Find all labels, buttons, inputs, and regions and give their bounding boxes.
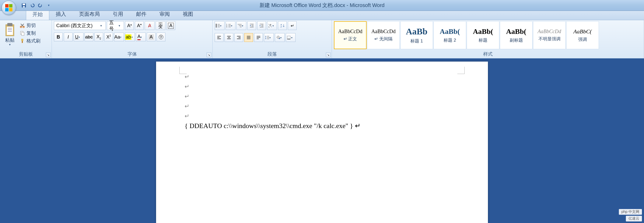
shading-button[interactable]: ▾ xyxy=(275,33,285,42)
chevron-down-icon: ▾ xyxy=(269,36,273,39)
character-border-button[interactable]: A xyxy=(166,21,175,30)
pilcrow-icon: ↵ xyxy=(291,23,294,28)
align-right-button[interactable] xyxy=(234,33,243,42)
decrease-indent-button[interactable] xyxy=(247,21,256,30)
style-item-1[interactable]: AaBbCcDd↵ 无间隔 xyxy=(367,21,400,49)
character-shading-button[interactable]: A xyxy=(147,33,156,41)
font-color-button[interactable]: A▾ xyxy=(136,33,146,41)
cut-button[interactable]: 剪切 xyxy=(20,22,40,28)
cut-label: 剪切 xyxy=(26,22,36,28)
chevron-down-icon: ▾ xyxy=(141,36,144,39)
style-preview: AaBbC( xyxy=(573,28,592,35)
copy-button[interactable]: 复制 xyxy=(20,30,40,36)
highlight-icon: ab xyxy=(125,34,131,40)
sort-button[interactable]: AZ xyxy=(278,21,287,30)
highlight-button[interactable]: ab▾ xyxy=(125,33,135,41)
align-right-icon xyxy=(236,35,241,40)
window-title: 新建 Microsoft Office Word 文档.docx - Micro… xyxy=(260,2,384,9)
italic-button[interactable]: I xyxy=(64,33,73,41)
save-button[interactable] xyxy=(21,2,27,9)
style-label: 副标题 xyxy=(510,37,523,43)
text-direction-button[interactable]: A▾ xyxy=(267,21,277,30)
enclose-icon: 字 xyxy=(159,35,163,39)
font-launcher[interactable]: ↘ xyxy=(207,53,211,57)
group-paragraph: ▾ 123▾ ▾ A▾ AZ ↵ ▾ ▾ ▾ 段落 ↘ xyxy=(213,20,332,58)
grow-font-button[interactable]: A▴ xyxy=(125,21,134,30)
redo-button[interactable] xyxy=(37,2,44,9)
paragraph-mark: ↵ xyxy=(185,111,459,121)
styles-gallery: AaBbCcDd↵ 正文AaBbCcDd↵ 无间隔AaBb标题 1AaBb(标题… xyxy=(334,21,599,49)
font-size-combo[interactable]: 五号▼ xyxy=(107,21,124,30)
superscript-button[interactable]: X2 xyxy=(104,33,113,41)
clipboard-launcher[interactable]: ↘ xyxy=(46,53,51,57)
document-body[interactable]: ↵↵↵↵↵{ DDEAUTO c:\\windows\\system32\\cm… xyxy=(185,72,459,131)
numbering-icon: 123 xyxy=(226,23,231,28)
font-group-label: 字体 xyxy=(54,50,210,58)
svg-rect-0 xyxy=(5,4,9,8)
borders-button[interactable]: ▾ xyxy=(286,33,296,42)
office-button-circle xyxy=(2,1,16,15)
style-item-5[interactable]: AaBb(副标题 xyxy=(500,21,533,49)
chevron-down-icon: ▾ xyxy=(231,24,235,27)
underline-button[interactable]: U▾ xyxy=(74,33,83,41)
multilevel-list-button[interactable]: ▾ xyxy=(236,21,246,30)
phonetic-guide-button[interactable]: 变wén xyxy=(156,21,165,30)
brush-icon xyxy=(20,38,25,43)
show-marks-button[interactable]: ↵ xyxy=(288,21,297,30)
document-area[interactable]: ↵↵↵↵↵{ DDEAUTO c:\\windows\\system32\\cm… xyxy=(0,58,644,223)
change-case-button[interactable]: Aa▾ xyxy=(114,33,124,41)
format-painter-button[interactable]: 格式刷 xyxy=(20,38,40,44)
chevron-down-icon: ▾ xyxy=(272,24,276,27)
style-preview: AaBb( xyxy=(440,27,460,36)
align-center-button[interactable] xyxy=(225,33,233,42)
align-justify-button[interactable] xyxy=(244,33,253,42)
svg-rect-8 xyxy=(7,23,12,26)
bold-button[interactable]: B xyxy=(54,33,63,41)
style-label: 标题 xyxy=(479,37,487,43)
document-page[interactable]: ↵↵↵↵↵{ DDEAUTO c:\\windows\\system32\\cm… xyxy=(156,62,488,223)
style-item-2[interactable]: AaBb标题 1 xyxy=(400,21,433,49)
chevron-down-icon: ▼ xyxy=(47,4,50,7)
paragraph-launcher[interactable]: ↘ xyxy=(326,53,331,57)
strike-icon: abc xyxy=(85,34,93,40)
subscript-icon: X2 xyxy=(96,34,101,40)
bullets-button[interactable]: ▾ xyxy=(215,21,225,30)
font-name-combo[interactable]: Calibri (西文正文)▼ xyxy=(54,21,106,30)
format-painter-label: 格式刷 xyxy=(26,38,40,44)
subscript-button[interactable]: X2 xyxy=(94,33,103,41)
quick-access-toolbar: ▼ xyxy=(21,0,52,11)
distribute-button[interactable] xyxy=(254,33,263,42)
style-item-6[interactable]: AaBbCcDd不明显强调 xyxy=(533,21,566,49)
field-code-text[interactable]: { DDEAUTO c:\\windows\\system32\\cmd.exe… xyxy=(185,121,459,131)
enclose-characters-button[interactable]: 字 xyxy=(157,33,165,41)
svg-text:A: A xyxy=(270,24,271,26)
titlebar: ▼ 新建 Microsoft Office Word 文档.docx - Mic… xyxy=(0,0,644,11)
increase-indent-button[interactable] xyxy=(257,21,266,30)
paste-button[interactable]: 粘贴 ▼ xyxy=(2,21,18,47)
svg-rect-9 xyxy=(7,27,13,35)
office-button[interactable] xyxy=(2,1,17,16)
style-item-0[interactable]: AaBbCcDd↵ 正文 xyxy=(334,21,367,49)
align-left-button[interactable] xyxy=(215,33,223,42)
clear-formatting-button[interactable]: A̷ xyxy=(145,21,155,30)
style-item-3[interactable]: AaBb(标题 2 xyxy=(433,21,466,49)
undo-button[interactable] xyxy=(29,2,35,9)
line-spacing-button[interactable]: ▾ xyxy=(264,33,274,42)
shrink-font-button[interactable]: A▾ xyxy=(135,21,144,30)
qat-customize-dropdown[interactable]: ▼ xyxy=(46,2,52,9)
style-item-4[interactable]: AaBb(标题 xyxy=(467,21,499,49)
numbering-button[interactable]: 123▾ xyxy=(226,21,235,30)
paragraph-mark: ↵ xyxy=(185,101,459,111)
svg-text:3: 3 xyxy=(226,26,227,28)
svg-rect-18 xyxy=(22,41,23,43)
style-label: ↵ 正文 xyxy=(344,36,357,42)
svg-rect-17 xyxy=(21,39,23,41)
style-item-7[interactable]: AaBbC(强调 xyxy=(566,21,599,49)
font-name-value: Calibri (西文正文) xyxy=(56,23,93,29)
chevron-down-icon: ▾ xyxy=(131,36,135,39)
paragraph-mark: ↵ xyxy=(185,82,459,92)
style-preview: AaBb xyxy=(406,27,427,36)
watermark-container: php 中文网 亿速云 xyxy=(619,209,642,221)
strikethrough-button[interactable]: abc xyxy=(85,33,93,41)
margin-corner-tr xyxy=(457,67,465,74)
